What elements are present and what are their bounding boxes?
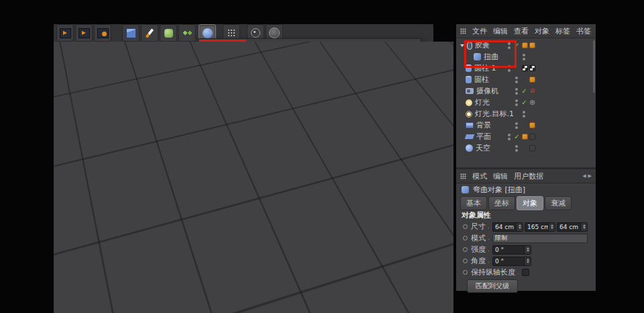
object-row-bend[interactable]: 扭曲 [456,51,596,62]
om-menu-edit[interactable]: 编辑 [493,26,508,36]
checker-tag[interactable] [522,65,528,71]
render-settings-button[interactable] [94,24,111,42]
enabled-check[interactable]: ✓ [521,88,528,95]
orange-tag[interactable] [529,77,535,83]
menu-item-shrink-wrap[interactable]: 收缩包裹 [365,93,421,111]
value-field[interactable]: 0 ° [492,257,531,266]
om-menu-view[interactable]: 查看 [514,26,529,36]
history-back-button[interactable]: ◀ [582,173,586,179]
menu-item-wind[interactable]: 风力 [310,146,366,165]
tab-falloff[interactable]: 衰减 [545,196,572,210]
subdivision-surface-button[interactable] [160,24,177,42]
axis-z-arrowhead[interactable] [102,216,117,226]
spinner-icon[interactable] [524,246,531,254]
visibility-dots[interactable] [523,54,525,60]
om-menu-bookmarks[interactable]: 书签 [576,26,591,36]
menu-item-jiggle[interactable]: 颤动 [254,93,310,111]
menu-item-twist[interactable]: 螺旋 [199,58,254,76]
menu-item-explosion-fx[interactable]: 爆炸FX [310,75,366,93]
enabled-check[interactable]: ✓ [513,42,521,49]
menu-item-spline-rail[interactable]: 导轨 [199,129,254,147]
menu-item-spherify[interactable]: 球化 [199,111,254,129]
cube-primitive-button[interactable] [122,24,140,42]
am-menu-user-data[interactable]: 用户数据 [514,171,543,181]
menu-item-shatter[interactable]: 破碎 [365,75,421,93]
object-row-background[interactable]: 背景 [456,120,596,131]
visibility-dots[interactable] [515,122,518,129]
axis-center-handle[interactable] [180,229,184,234]
menu-item-melt[interactable]: 融解 [199,75,254,93]
am-menu-edit[interactable]: 编辑 [493,171,508,181]
render-picture-viewer-button[interactable] [75,24,93,42]
menu-item-formula[interactable]: 公式 [254,146,310,165]
panel-grip-icon[interactable] [460,28,466,34]
enabled-check[interactable]: ✓ [521,99,528,106]
mode-dropdown[interactable]: 限制 [492,234,588,243]
tab-object[interactable]: 对象 [517,196,543,210]
visibility-dots[interactable] [523,111,525,118]
visibility-dots[interactable] [508,65,511,72]
value-field[interactable]: 64 cm [492,222,523,232]
visibility-dots[interactable] [515,99,518,106]
target-tag[interactable]: ◎ [529,99,535,105]
fit-to-parent-button[interactable]: 匹配到父级 [467,279,518,293]
tab-basic[interactable]: 基本 [460,196,487,210]
menu-item-reduction[interactable]: 减面 [365,146,421,165]
scrollbar-thumb[interactable] [593,40,595,93]
menu-item-correction[interactable]: 修正 [199,93,254,111]
expand-arrow-icon[interactable] [460,44,464,47]
orange-tag[interactable] [522,42,528,48]
menu-item-spline[interactable]: 样条 [365,111,421,129]
visibility-dots[interactable] [515,145,518,152]
am-menu-mode[interactable]: 模式 [472,171,487,181]
tab-coord[interactable]: 坐标 [488,196,515,210]
noise-tag[interactable] [529,145,535,151]
keyframe-dot[interactable] [463,236,468,240]
object-row-camera[interactable]: 摄像机✓⊘ [456,85,596,97]
menu-item-displacer[interactable]: 置换 [199,146,254,165]
array-generator-button[interactable] [178,24,196,42]
menu-item-explosion[interactable]: 爆炸 [254,75,310,93]
object-row-cylinder[interactable]: 圆柱 [456,74,596,85]
value-field[interactable]: 165 cm [525,222,555,232]
noise-tag[interactable] [529,134,535,140]
checker-tag[interactable] [529,65,535,71]
visibility-dots[interactable] [508,42,511,49]
spinner-icon[interactable] [548,223,555,231]
enabled-check[interactable]: ✓ [513,134,521,140]
render-view-button[interactable] [56,24,74,42]
visibility-dots[interactable] [515,77,518,83]
object-row-plane[interactable]: 平面✓ [456,131,596,142]
panel-grip-icon[interactable] [460,173,466,179]
zoom-button[interactable] [423,55,433,65]
menu-item-morph[interactable]: 变形 [310,93,366,111]
om-menu-tags[interactable]: 标签 [555,26,570,36]
cage-top-handle-dot[interactable] [180,85,186,91]
object-row-light[interactable]: 灯光✓◎ [456,97,596,108]
axis-x-arrowhead[interactable] [302,210,316,220]
menu-item-collision[interactable]: 碰撞 [365,129,421,147]
pan-button[interactable] [423,43,433,53]
menu-item-squash-stretch[interactable]: 挤压&伸展 [365,58,421,76]
visibility-dots[interactable] [508,134,511,140]
spinner-icon[interactable] [524,257,531,265]
keyframe-dot[interactable] [463,259,468,263]
keyframe-dot[interactable] [463,247,468,252]
orange-tag[interactable] [529,122,535,128]
object-row-light-target[interactable]: 灯光.目标.1 [456,108,596,120]
forbidden-tag[interactable]: ⊘ [529,88,535,94]
menu-item-shear[interactable]: 斜切 [310,40,366,58]
menu-item-wrap[interactable]: W包裹 [310,111,366,129]
om-menu-objects[interactable]: 对象 [535,26,549,36]
value-field[interactable]: 0 ° [492,245,531,255]
object-row-cylinder-1[interactable]: 圆柱 1 [456,62,596,74]
keyframe-dot[interactable] [463,224,468,229]
menu-item-mesh[interactable]: 网格 [310,58,366,76]
menu-item-surface[interactable]: 表面 [254,111,310,129]
keyframe-dot[interactable] [463,270,468,275]
orange-tag[interactable] [529,42,535,48]
spinner-icon[interactable] [516,223,523,231]
menu-item-spline-wrap[interactable]: 样条约束 [254,129,310,147]
spinner-icon[interactable] [580,223,587,231]
keep-y-length-checkbox[interactable] [522,269,529,276]
